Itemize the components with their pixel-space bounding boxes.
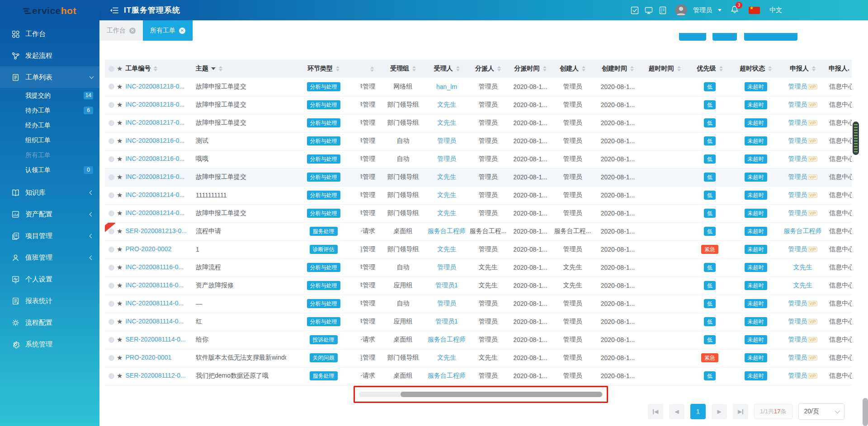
sidebar-subitem-1[interactable]: 待办工单6 xyxy=(0,103,99,118)
right-mini-scrollbar[interactable] xyxy=(853,122,859,155)
sort-icon[interactable] xyxy=(154,66,157,71)
star-icon[interactable]: ★ xyxy=(117,83,123,90)
user-link[interactable]: 文先生 xyxy=(793,263,812,271)
user-link[interactable]: 管理员 xyxy=(437,300,456,307)
star-icon[interactable]: ★ xyxy=(117,119,123,126)
select-circle[interactable] xyxy=(108,174,114,180)
collapse-sidebar-icon[interactable] xyxy=(109,5,119,15)
user-link[interactable]: 管理员 xyxy=(788,354,807,361)
sort-icon[interactable] xyxy=(219,66,222,71)
select-circle[interactable] xyxy=(108,156,114,162)
last-page-button[interactable]: ▶ xyxy=(733,404,748,419)
column-header-creator[interactable]: 创建人 xyxy=(552,60,594,78)
select-circle[interactable] xyxy=(108,301,114,307)
column-header-timeout_status[interactable]: 超时状态 xyxy=(732,60,779,78)
table-row[interactable]: ★SER-2020081114-0...给你投诉处理服务请求桌面组服务台工程师管… xyxy=(105,331,852,349)
order-id-link[interactable]: INC-2020081216-0... xyxy=(125,155,184,162)
user-link[interactable]: 管理员1 xyxy=(435,318,458,325)
user-link[interactable]: 管理员 xyxy=(788,372,807,379)
table-row[interactable]: ★SER-2020081213-0...流程申请服务处理服务请求桌面组服务台工程… xyxy=(105,222,852,240)
table-row[interactable]: ★INC-2020081218-0...故障申报工单提交分析与处理故障管理网络组… xyxy=(105,78,852,96)
sidebar-subitem-2[interactable]: 经办工单 xyxy=(0,118,99,133)
user-link[interactable]: 管理员 xyxy=(788,101,807,108)
star-icon[interactable]: ★ xyxy=(117,209,123,217)
table-row[interactable]: ★INC-2020081217-0...故障申报工单提交分析与处理故障管理部门领… xyxy=(105,114,852,132)
user-link[interactable]: 管理员 xyxy=(788,300,807,307)
column-header-dispatch_time[interactable]: 分派时间 xyxy=(509,60,552,78)
sort-icon[interactable] xyxy=(630,66,634,71)
table-row[interactable]: ★PRO-2020-0001软件版本太低无法支撑最新windows关闭问题问题管… xyxy=(105,349,852,367)
user-link[interactable]: 文先生 xyxy=(437,209,456,216)
sidebar-item-9[interactable]: 流程配置 xyxy=(0,312,99,333)
table-row[interactable]: ★PRO-2020-00021诊断评估问题管理部门领导组文先生管理员2020-0… xyxy=(105,240,852,258)
user-link[interactable]: 服务台工程师 xyxy=(428,336,466,343)
star-icon[interactable]: ★ xyxy=(117,318,123,325)
column-header-reporter_dept[interactable]: 申报人. xyxy=(826,60,852,78)
user-link[interactable]: 管理员 xyxy=(788,83,807,90)
select-circle[interactable] xyxy=(108,283,114,289)
table-row[interactable]: ★INC-2020081218-0...故障申报工单提交分析与处理故障管理部门领… xyxy=(105,96,852,114)
select-circle[interactable] xyxy=(108,120,114,126)
user-link[interactable]: 管理员 xyxy=(788,336,807,343)
column-header-reporter[interactable]: 申报人 xyxy=(779,60,826,78)
order-id-link[interactable]: INC-2020081214-0... xyxy=(125,209,184,216)
sort-icon[interactable] xyxy=(768,66,772,71)
order-id-link[interactable]: SER-2020081112-0... xyxy=(125,372,185,379)
user-link[interactable]: 文先生 xyxy=(793,281,812,289)
order-id-link[interactable]: INC-2020081218-0... xyxy=(125,101,184,108)
horizontal-scrollbar-thumb[interactable] xyxy=(401,392,602,397)
order-id-link[interactable]: PRO-2020-0002 xyxy=(125,245,171,253)
select-circle[interactable] xyxy=(108,373,114,379)
current-page-button[interactable]: 1 xyxy=(690,404,706,419)
tab-workbench[interactable]: 工作台 ✕ xyxy=(99,20,143,41)
select-circle[interactable] xyxy=(108,247,114,253)
sidebar-subitem-4[interactable]: 所有工单 xyxy=(0,148,99,163)
star-icon[interactable]: ★ xyxy=(117,65,123,72)
select-circle[interactable] xyxy=(108,211,114,216)
column-header-dispatcher[interactable]: 分派人 xyxy=(467,60,509,78)
close-tab-icon[interactable]: ✕ xyxy=(179,28,185,34)
column-header-id[interactable]: ★工单编号 xyxy=(105,60,192,78)
table-row[interactable]: ★INC-2020081216-0...哦哦分析与处理故障管理自动管理员管理员2… xyxy=(105,150,852,168)
star-icon[interactable]: ★ xyxy=(117,137,123,145)
sidebar-item-1[interactable]: 发起流程 xyxy=(0,45,99,66)
star-icon[interactable]: ★ xyxy=(117,227,123,235)
user-link[interactable]: 管理员 xyxy=(437,155,456,162)
column-header-priority[interactable]: 优先级 xyxy=(687,60,732,78)
select-circle[interactable] xyxy=(108,192,114,198)
sort-icon[interactable] xyxy=(370,66,374,72)
select-circle[interactable] xyxy=(108,138,114,144)
sidebar-item-2[interactable]: 工单列表 xyxy=(0,66,99,88)
sidebar-item-3[interactable]: 知识库 xyxy=(0,182,99,203)
user-link[interactable]: 管理员 xyxy=(788,137,807,144)
user-link[interactable]: 管理员1 xyxy=(435,281,458,289)
clipboard-list-icon[interactable] xyxy=(658,6,667,15)
star-icon[interactable]: ★ xyxy=(117,336,123,343)
star-icon[interactable]: ★ xyxy=(117,354,123,361)
column-header-topic[interactable]: 主题 xyxy=(192,60,286,78)
sidebar-item-5[interactable]: 项目管理 xyxy=(0,225,99,247)
select-all-circle[interactable] xyxy=(108,66,114,72)
sidebar-item-10[interactable]: 系统管理 xyxy=(0,333,99,355)
column-header-step[interactable]: 环节类型 xyxy=(286,60,361,78)
user-link[interactable]: 管理员 xyxy=(788,245,807,253)
select-circle[interactable] xyxy=(108,102,114,108)
user-link[interactable]: 管理员 xyxy=(437,263,456,271)
user-link[interactable]: 文先生 xyxy=(437,119,456,126)
sidebar-item-8[interactable]: 报表统计 xyxy=(0,290,99,312)
close-tab-icon[interactable]: ✕ xyxy=(129,28,136,34)
star-icon[interactable]: ★ xyxy=(117,173,123,181)
sort-icon[interactable] xyxy=(336,66,340,71)
vertical-scrollbar-thumb[interactable] xyxy=(863,398,868,426)
partial-button[interactable] xyxy=(712,33,737,41)
table-row[interactable]: ★INC-2020081114-0...—分析与处理故障管理自动管理员管理员20… xyxy=(105,295,852,313)
column-header-assignee[interactable]: 受理人 xyxy=(426,60,467,78)
partial-button[interactable] xyxy=(744,33,797,41)
sidebar-item-0[interactable]: 工作台 xyxy=(0,23,99,45)
user-link[interactable]: 服务台工程师 xyxy=(428,372,466,379)
first-page-button[interactable]: ◀ xyxy=(648,404,663,419)
column-header-timeout_time[interactable]: 超时时间 xyxy=(642,60,687,78)
language-switch[interactable]: 中文 xyxy=(769,6,782,14)
sort-icon[interactable] xyxy=(719,66,723,71)
sort-icon[interactable] xyxy=(582,66,585,71)
